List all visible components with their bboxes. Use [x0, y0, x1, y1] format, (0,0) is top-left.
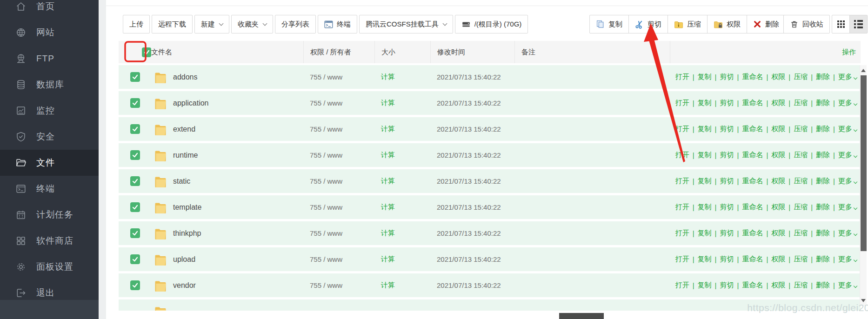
row-action-cut[interactable]: 剪切 — [720, 125, 734, 133]
terminal-button[interactable]: 终端 — [318, 15, 357, 33]
row-checkbox[interactable] — [130, 176, 140, 186]
row-action-cut[interactable]: 剪切 — [720, 229, 734, 238]
row-action-compress[interactable]: 压缩 — [794, 151, 808, 160]
row-action-delete[interactable]: 删除 — [816, 281, 830, 290]
row-action-more[interactable]: 更多 — [838, 255, 857, 264]
row-action-compress[interactable]: 压缩 — [794, 255, 808, 264]
file-name[interactable]: static — [173, 177, 190, 186]
row-action-delete[interactable]: 删除 — [816, 203, 830, 212]
row-action-perm[interactable]: 权限 — [771, 125, 785, 133]
table-row[interactable]: vendor 755 / www 计算 2021/07/13 15:40:22 … — [119, 273, 861, 297]
scroll-up-arrow-icon[interactable] — [861, 69, 866, 72]
row-action-cut[interactable]: 剪切 — [720, 177, 734, 186]
row-action-rename[interactable]: 重命名 — [742, 73, 763, 81]
row-action-more[interactable]: 更多 — [838, 73, 857, 81]
row-action-cut[interactable]: 剪切 — [720, 151, 734, 160]
calc-size-link[interactable]: 计算 — [381, 99, 395, 106]
row-action-delete[interactable]: 删除 — [816, 151, 830, 160]
row-action-rename[interactable]: 重命名 — [742, 151, 763, 160]
row-action-more[interactable]: 更多 — [838, 281, 857, 290]
table-row[interactable]: application 755 / www 计算 2021/07/13 15:4… — [119, 91, 861, 115]
sidebar-item-site[interactable]: 网站 — [0, 20, 99, 46]
row-action-perm[interactable]: 权限 — [771, 177, 785, 186]
row-checkbox[interactable] — [130, 254, 140, 264]
row-action-rename[interactable]: 重命名 — [742, 229, 763, 238]
sidebar-item-ftp[interactable]: FTP — [0, 46, 99, 72]
file-name[interactable]: template — [173, 203, 201, 212]
row-action-copy[interactable]: 复制 — [698, 229, 712, 238]
row-action-perm[interactable]: 权限 — [771, 203, 785, 212]
permission-button[interactable]: 权限 — [707, 15, 747, 33]
row-action-perm[interactable]: 权限 — [771, 281, 785, 290]
file-name[interactable]: upload — [173, 255, 195, 264]
row-checkbox[interactable] — [130, 280, 140, 290]
list-view-button[interactable] — [849, 15, 868, 33]
row-action-perm[interactable]: 权限 — [771, 255, 785, 264]
sidebar-item-database[interactable]: 数据库 — [0, 72, 99, 98]
row-action-copy[interactable]: 复制 — [698, 281, 712, 290]
row-action-delete[interactable]: 删除 — [816, 99, 830, 107]
cut-button[interactable]: 剪切 — [628, 15, 668, 33]
row-action-open[interactable]: 打开 — [675, 255, 689, 264]
row-action-compress[interactable]: 压缩 — [794, 125, 808, 133]
row-action-compress[interactable]: 压缩 — [794, 229, 808, 238]
row-action-cut[interactable]: 剪切 — [720, 73, 734, 81]
row-action-rename[interactable]: 重命名 — [742, 255, 763, 264]
table-row[interactable]: addons 755 / www 计算 2021/07/13 15:40:22 … — [119, 65, 861, 89]
scroll-down-arrow-icon[interactable] — [861, 299, 866, 302]
compress-button[interactable]: 压缩 — [668, 15, 708, 33]
row-action-open[interactable]: 打开 — [675, 151, 689, 160]
row-action-copy[interactable]: 复制 — [698, 177, 712, 186]
calc-size-link[interactable]: 计算 — [381, 255, 395, 263]
share-list-button[interactable]: 分享列表 — [275, 15, 316, 33]
row-action-compress[interactable]: 压缩 — [794, 203, 808, 212]
root-dir-button[interactable]: /(根目录) (70G) — [455, 15, 528, 33]
row-action-compress[interactable]: 压缩 — [794, 177, 808, 186]
header-perm-owner[interactable]: 权限 / 所有者 — [303, 41, 374, 63]
row-action-perm[interactable]: 权限 — [771, 99, 785, 107]
row-checkbox[interactable] — [130, 150, 140, 160]
row-action-rename[interactable]: 重命名 — [742, 281, 763, 290]
sidebar-item-terminal[interactable]: 终端 — [0, 176, 99, 202]
header-filename[interactable]: 文件名 — [151, 41, 303, 63]
sidebar-item-settings[interactable]: 面板设置 — [0, 254, 99, 280]
row-checkbox[interactable] — [130, 124, 140, 134]
table-row[interactable]: runtime 755 / www 计算 2021/07/13 15:40:22… — [119, 143, 861, 167]
header-note[interactable]: 备注 — [514, 41, 670, 63]
row-action-compress[interactable]: 压缩 — [794, 281, 808, 290]
row-action-copy[interactable]: 复制 — [698, 151, 712, 160]
row-action-compress[interactable]: 压缩 — [794, 99, 808, 107]
row-action-copy[interactable]: 复制 — [698, 125, 712, 133]
row-action-more[interactable]: 更多 — [838, 151, 857, 160]
sidebar-item-appstore[interactable]: 软件商店 — [0, 228, 99, 254]
row-action-copy[interactable]: 复制 — [698, 73, 712, 81]
calc-size-link[interactable]: 计算 — [381, 281, 395, 289]
row-checkbox[interactable] — [130, 202, 140, 212]
row-action-cut[interactable]: 剪切 — [720, 255, 734, 264]
row-action-more[interactable]: 更多 — [838, 229, 857, 238]
table-row[interactable]: static 755 / www 计算 2021/07/13 15:40:22 … — [119, 169, 861, 193]
header-size[interactable]: 大小 — [374, 41, 430, 63]
table-row[interactable]: template 755 / www 计算 2021/07/13 15:40:2… — [119, 195, 861, 219]
row-checkbox[interactable] — [130, 228, 140, 238]
row-action-perm[interactable]: 权限 — [771, 229, 785, 238]
row-action-more[interactable]: 更多 — [838, 125, 857, 133]
scrollbar-thumb[interactable] — [861, 75, 867, 251]
file-name[interactable]: addons — [173, 73, 198, 81]
row-action-copy[interactable]: 复制 — [698, 255, 712, 264]
new-button[interactable]: 新建 — [194, 15, 229, 33]
file-name[interactable]: thinkphp — [173, 229, 201, 238]
row-checkbox[interactable] — [130, 98, 140, 108]
row-action-delete[interactable]: 删除 — [816, 255, 830, 264]
row-action-perm[interactable]: 权限 — [771, 151, 785, 160]
row-action-delete[interactable]: 删除 — [816, 229, 830, 238]
row-action-rename[interactable]: 重命名 — [742, 203, 763, 212]
row-action-delete[interactable]: 删除 — [816, 125, 830, 133]
table-row[interactable]: upload 755 / www 计算 2021/07/13 15:40:22 … — [119, 247, 861, 271]
calc-size-link[interactable]: 计算 — [381, 151, 395, 159]
remote-download-button[interactable]: 远程下载 — [152, 15, 193, 33]
row-action-perm[interactable]: 权限 — [771, 73, 785, 81]
row-action-more[interactable]: 更多 — [838, 177, 857, 186]
row-action-open[interactable]: 打开 — [675, 177, 689, 186]
row-action-rename[interactable]: 重命名 — [742, 99, 763, 107]
